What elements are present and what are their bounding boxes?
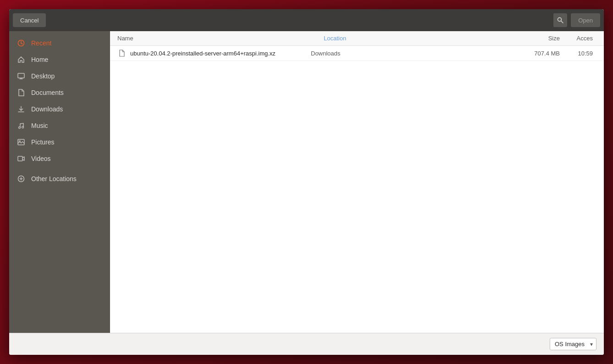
file-location-cell: Downloads [311, 50, 505, 57]
home-icon [17, 55, 26, 64]
sidebar-item-recent-label: Recent [31, 39, 51, 47]
file-list-header: Name Location Size Acces [110, 31, 604, 46]
open-button[interactable]: Open [571, 13, 600, 27]
col-header-location[interactable]: Location [324, 35, 505, 42]
file-icon [117, 49, 127, 58]
downloads-icon [17, 105, 26, 114]
sidebar-item-downloads-label: Downloads [31, 105, 63, 113]
svg-point-0 [558, 18, 562, 22]
svg-rect-5 [18, 73, 24, 78]
file-name-cell: ubuntu-20.04.2-preinstalled-server-arm64… [117, 49, 311, 58]
col-header-accessed[interactable]: Acces [560, 35, 596, 42]
svg-rect-14 [18, 156, 22, 161]
bottom-bar: OS Images All Files [9, 333, 604, 355]
sidebar-item-videos[interactable]: Videos [9, 150, 110, 167]
sidebar-item-downloads[interactable]: Downloads [9, 101, 110, 117]
cancel-button[interactable]: Cancel [13, 13, 46, 27]
sidebar-item-home-label: Home [31, 56, 48, 63]
file-list: ubuntu-20.04.2-preinstalled-server-arm64… [110, 46, 604, 333]
file-area: Name Location Size Acces ubuntu [110, 31, 604, 333]
sidebar-item-home[interactable]: Home [9, 51, 110, 68]
sidebar-item-documents[interactable]: Documents [9, 84, 110, 101]
sidebar-item-pictures[interactable]: Pictures [9, 134, 110, 150]
file-accessed-cell: 10:59 [560, 50, 596, 57]
recent-icon [17, 39, 26, 48]
sidebar-item-music-label: Music [31, 122, 48, 129]
desktop-icon [17, 72, 26, 81]
plus-icon [17, 174, 26, 183]
sidebar-item-desktop[interactable]: Desktop [9, 68, 110, 84]
sidebar: Recent Home Desktop [9, 31, 110, 333]
svg-point-11 [22, 127, 24, 128]
sidebar-item-other-locations[interactable]: Other Locations [9, 171, 110, 187]
sidebar-item-music[interactable]: Music [9, 117, 110, 134]
svg-line-4 [21, 44, 22, 44]
pictures-icon [17, 138, 26, 147]
file-size-cell: 707.4 MB [505, 50, 560, 57]
music-icon [17, 121, 26, 130]
file-name: ubuntu-20.04.2-preinstalled-server-arm64… [130, 50, 276, 57]
sidebar-divider [9, 167, 110, 171]
filter-dropdown[interactable]: OS Images All Files [550, 338, 596, 350]
svg-point-10 [19, 127, 21, 129]
sidebar-item-desktop-label: Desktop [31, 72, 55, 80]
sidebar-item-pictures-label: Pictures [31, 138, 55, 146]
filter-dropdown-wrapper: OS Images All Files [550, 338, 596, 350]
col-header-name[interactable]: Name [117, 35, 324, 42]
col-header-size[interactable]: Size [505, 35, 560, 42]
main-content: Recent Home Desktop [9, 31, 604, 333]
table-row[interactable]: ubuntu-20.04.2-preinstalled-server-arm64… [110, 46, 604, 61]
sidebar-item-videos-label: Videos [31, 155, 51, 162]
titlebar: Cancel Open [9, 9, 604, 31]
sidebar-item-documents-label: Documents [31, 89, 64, 96]
svg-line-1 [561, 21, 563, 23]
videos-icon [17, 154, 26, 163]
file-chooser-dialog: Cancel Open Recent [9, 9, 604, 355]
sidebar-item-other-locations-label: Other Locations [31, 175, 77, 182]
search-icon [557, 17, 564, 24]
documents-icon [17, 88, 26, 97]
search-button[interactable] [553, 13, 567, 27]
sidebar-item-recent[interactable]: Recent [9, 35, 110, 51]
